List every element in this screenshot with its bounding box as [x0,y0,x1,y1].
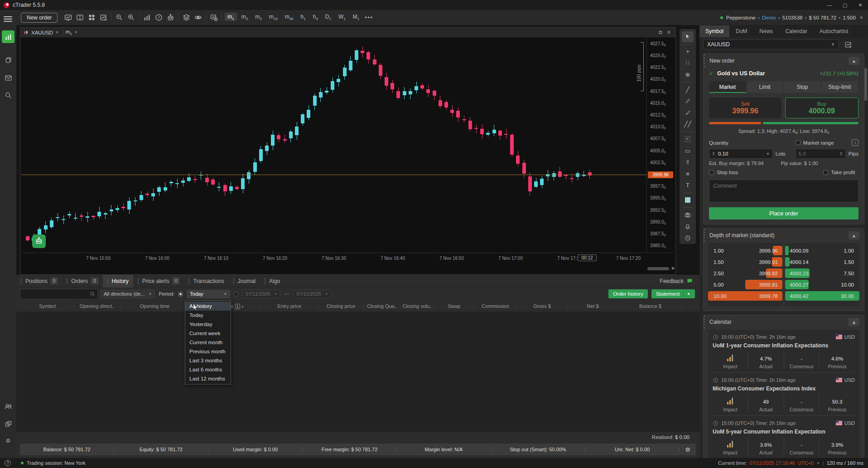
chevron-down-icon[interactable]: ▼ [55,30,59,34]
dom-bid-row[interactable]: 2.50 3999.82 [708,268,782,279]
chart-plot-area[interactable]: 100 pips [21,38,646,253]
column-header-entry-price[interactable]: Entry price [261,303,318,309]
collapse-icon[interactable]: ▲ [849,57,859,65]
cbots-icon[interactable] [164,12,176,23]
order-type-stop[interactable]: Stop [784,81,821,93]
dom-ask-row[interactable]: 4000.23 7.50 [785,268,859,279]
new-order-header[interactable]: New order ▲ [704,54,864,68]
draw-tool-pointer-icon[interactable] [682,31,694,42]
zoom-in-icon[interactable] [125,12,137,23]
draw-tool-arrow-up-icon[interactable]: ⇧ [682,157,694,168]
draw-tool-pattern-f-icon[interactable]: F [682,134,694,145]
timeframe-m5[interactable]: m5 [252,13,264,21]
right-panel-scrollbar[interactable] [865,39,868,456]
comment-input[interactable] [709,180,858,202]
dom-bid-row[interactable]: 1.50 3999.91 [708,256,782,268]
collapse-icon[interactable]: ▲ [849,231,859,239]
column-header-swap[interactable]: Swap [435,303,474,309]
column-header-net-[interactable]: Net $ [567,303,619,309]
draw-tool-text-icon[interactable]: T [682,180,694,191]
account-bar-gear-icon[interactable]: ⚙ [680,446,696,453]
dropdown-item-last-12-months[interactable]: Last 12 months [185,374,231,383]
sidebar-item-copy-icon[interactable] [2,54,14,66]
timeframe-h4[interactable]: h4 [310,13,321,21]
close-button[interactable]: ✕ [853,0,868,10]
chart-h-scrollbar[interactable] [647,267,669,270]
take-profit-checkbox[interactable] [823,170,828,175]
draw-tool-camera-icon[interactable] [682,210,694,220]
dom-ask-row[interactable]: 4000.14 1.50 [785,256,859,268]
popout-chart-icon[interactable]: ⧉ [659,29,662,35]
place-order-button[interactable]: Place order [709,207,858,219]
tab-autochartist[interactable]: Autochartist [814,25,854,37]
statement-button[interactable]: Statement▼ [651,289,695,298]
dropdown-item-last-6-months[interactable]: Last 6 months [185,365,231,374]
sell-button[interactable]: Sell 3999.96 [709,98,781,118]
column-header-gross-[interactable]: Gross $ [517,303,567,309]
column-header-closing-qua-[interactable]: Closing Qua.. [364,303,400,309]
collapse-icon[interactable]: ▲ [849,318,859,326]
price-axis[interactable]: 4027.504025.004022.504020.004017.504015.… [646,38,675,253]
period-radio[interactable] [178,292,183,297]
column-header-balance-[interactable]: Balance $ [619,303,682,309]
tab-transactions[interactable]: Transactions [184,275,228,288]
column-header-closing-volu-[interactable]: Closing volu.. [400,303,435,309]
watch-eye-icon[interactable] [192,12,204,23]
chevron-down-icon[interactable]: ▼ [74,30,78,34]
sidebar-item-community-icon[interactable] [2,400,14,413]
minimize-button[interactable]: — [822,0,837,10]
sidebar-item-mail-icon[interactable] [2,71,14,84]
chart-settings-icon[interactable] [208,12,220,23]
dom-header[interactable]: Depth of market (standard) ▲ [704,229,864,242]
tab-news[interactable]: News [753,25,779,37]
draw-tool-pencil-icon[interactable] [682,96,694,107]
dom-ask-row[interactable]: 4000.42 30.00 [785,290,859,302]
timeframe-m15[interactable]: m15 [266,13,280,21]
draw-tool-rectangle-icon[interactable]: ▭ [682,145,694,156]
dropdown-item-yesterday[interactable]: Yesterday [185,320,231,329]
tab-positions[interactable]: Positions0 [16,275,62,288]
search-input[interactable] [24,291,90,297]
timeframe-M1[interactable]: M1 [350,13,362,21]
dropdown-item-current-week[interactable]: Current week [185,329,231,338]
order-history-button[interactable]: Order history [608,289,647,298]
draw-tool-channel-icon[interactable]: ≡ [682,169,694,180]
dropdown-item-current-month[interactable]: Current month [185,338,231,347]
more-timeframes-icon[interactable]: ••• [365,15,373,21]
column-header-commission[interactable]: Commission [474,303,517,309]
indicators-icon[interactable] [141,12,153,23]
dropdown-item-last-3-months[interactable]: Last 3 months [185,356,231,365]
period-select[interactable]: Today▼ [187,290,230,298]
timezone-select[interactable]: UTC+0 [798,460,814,466]
tab-dom[interactable]: DoM [730,25,753,37]
column-header-opening-time[interactable]: Opening time [121,303,189,309]
sidebar-item-search-icon[interactable] [2,89,14,102]
tab-history[interactable]: History [103,275,133,288]
maximize-button[interactable]: ▢ [837,0,853,10]
order-type-stop-limit[interactable]: Stop-limit [821,81,859,93]
dom-bid-row[interactable]: 10.00 3999.78 [708,290,782,302]
calendar-event[interactable]: 15:00 (UTC+0) Time: 2h 16m ago USD UoM 5… [713,416,855,458]
buy-button[interactable]: Buy 4000.09 [785,98,858,118]
custom-range-radio[interactable] [234,292,239,297]
calendar-event[interactable]: 15:00 (UTC+0) Time: 2h 16m ago USD UoM 1… [713,330,855,373]
info-icon[interactable]: i [852,139,858,146]
workspace-layout-icon[interactable] [74,12,86,23]
directions-select[interactable]: All directions (de...▼ [101,290,155,298]
order-type-market[interactable]: Market [709,81,747,93]
column-header-closing-price[interactable]: Closing price [318,303,364,309]
draw-tool-replay-icon[interactable] [682,233,694,244]
market-range-checkbox[interactable] [796,140,800,145]
timeframe-D1[interactable]: D1 [323,13,334,21]
chart-add-icon[interactable] [97,12,109,23]
stop-loss-checkbox[interactable] [709,170,714,175]
order-type-limit[interactable]: Limit [747,81,784,93]
chart-timeframe[interactable]: m1 [66,29,72,36]
tab-calendar[interactable]: Calendar [779,25,814,37]
draw-tool-dot-grid-icon[interactable]: ∷ [682,58,694,68]
tab-price-alerts[interactable]: Price alerts0 [133,275,184,288]
tab-journal[interactable]: Journal [229,275,260,288]
timeframe-h1[interactable]: h1 [298,13,309,21]
date-to-select[interactable]: 07/11/2025▼ [293,290,331,298]
feedback-button[interactable]: Feedback [660,278,693,284]
